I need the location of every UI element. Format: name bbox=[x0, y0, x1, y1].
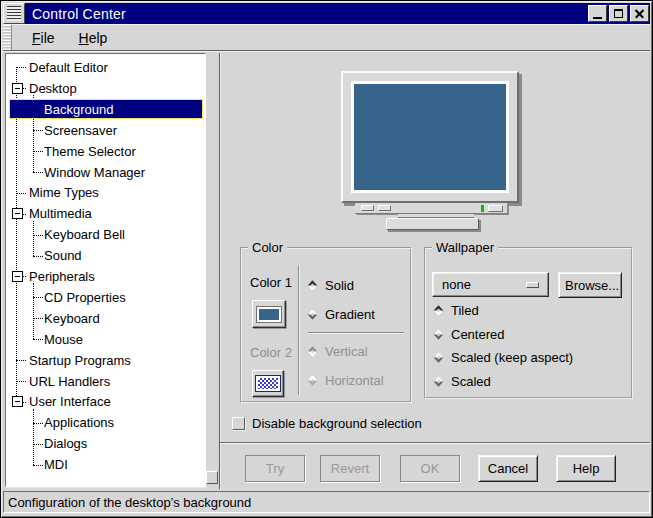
diamond-radio-icon bbox=[308, 281, 318, 291]
background-capplet: Color Color 1 Color 2 SolidGradientVerti… bbox=[219, 53, 650, 489]
minimize-button[interactable] bbox=[588, 5, 607, 22]
color1-swatch-icon bbox=[257, 307, 281, 322]
radio-scaled-keep-aspect[interactable]: Scaled (keep aspect) bbox=[432, 346, 627, 370]
diamond-radio-icon bbox=[434, 329, 444, 339]
browse-button[interactable]: Browse... bbox=[558, 272, 622, 298]
tree-item-mdi[interactable]: MDI bbox=[6, 454, 205, 475]
window-menu-icon bbox=[7, 6, 21, 21]
tree-item-startup-programs[interactable]: Startup Programs bbox=[6, 350, 205, 371]
radio-horizontal: Horizontal bbox=[306, 366, 406, 395]
tree-connector-stub bbox=[33, 151, 43, 152]
tree-item-label: Screensaver bbox=[44, 123, 117, 138]
tree-connector-stub bbox=[33, 109, 43, 110]
cancel-button[interactable]: Cancel bbox=[478, 455, 538, 482]
tree-item-background[interactable]: Background bbox=[6, 99, 205, 120]
tree-connector-stub bbox=[16, 67, 26, 68]
tree-item-desktop[interactable]: Desktop bbox=[6, 78, 205, 99]
minus-box-icon[interactable] bbox=[12, 208, 23, 219]
tree-item-screensaver[interactable]: Screensaver bbox=[6, 120, 205, 141]
minimize-icon bbox=[593, 17, 602, 19]
paned-resize-handle[interactable] bbox=[206, 471, 218, 484]
minus-box-icon[interactable] bbox=[12, 396, 23, 407]
close-button[interactable] bbox=[630, 5, 649, 22]
maximize-button[interactable] bbox=[609, 5, 628, 22]
color-frame-title: Color bbox=[248, 240, 287, 255]
menu-help[interactable]: Help bbox=[67, 28, 120, 48]
tree-item-keyboard[interactable]: Keyboard bbox=[6, 308, 205, 329]
tree-item-label: User Interface bbox=[29, 394, 111, 409]
radio-label: Horizontal bbox=[325, 373, 384, 388]
checkbox-label: Disable background selection bbox=[252, 416, 422, 431]
wallpaper-frame: Wallpaper none Browse... TiledCenteredSc… bbox=[424, 247, 633, 399]
tree-connector-stub bbox=[16, 381, 26, 382]
radio-scaled[interactable]: Scaled bbox=[432, 370, 627, 394]
color-frame: Color Color 1 Color 2 SolidGradientVerti… bbox=[240, 247, 412, 403]
tree-item-label: Startup Programs bbox=[29, 353, 131, 368]
minus-box-icon[interactable] bbox=[12, 83, 23, 94]
tree-item-theme-selector[interactable]: Theme Selector bbox=[6, 141, 205, 162]
control-center-window: Control Center File Help Default EditorD… bbox=[0, 0, 653, 518]
wallpaper-select[interactable]: none bbox=[432, 272, 549, 297]
radio-gradient[interactable]: Gradient bbox=[306, 300, 406, 329]
titlebar: Control Center bbox=[3, 3, 650, 24]
tree-item-multimedia[interactable]: Multimedia bbox=[6, 203, 205, 224]
radio-label: Centered bbox=[451, 327, 504, 342]
radio-solid[interactable]: Solid bbox=[306, 271, 406, 300]
close-icon bbox=[634, 8, 645, 19]
tree-item-sound[interactable]: Sound bbox=[6, 245, 205, 266]
option-menu-bar-icon bbox=[526, 282, 539, 288]
tree-item-mime-types[interactable]: Mime Types bbox=[6, 182, 205, 203]
tree-connector-stub bbox=[33, 172, 43, 173]
tree-connector-stub bbox=[33, 318, 43, 319]
tree-item-label: Sound bbox=[44, 248, 82, 263]
monitor-preview-screen bbox=[351, 81, 509, 193]
checkbox-box-icon[interactable] bbox=[232, 417, 245, 430]
tree-item-default-editor[interactable]: Default Editor bbox=[6, 57, 205, 78]
radio-centered[interactable]: Centered bbox=[432, 323, 627, 347]
color-mode-radios: SolidGradientVerticalHorizontal bbox=[306, 271, 406, 395]
vertical-separator bbox=[298, 265, 300, 395]
tree-item-label: URL Handlers bbox=[29, 374, 110, 389]
try-button: Try bbox=[245, 455, 305, 482]
tree-item-label: Multimedia bbox=[29, 206, 92, 221]
tree-item-label: Applications bbox=[44, 415, 114, 430]
titlebar-main[interactable]: Control Center bbox=[25, 3, 582, 24]
tree-item-mouse[interactable]: Mouse bbox=[6, 329, 205, 350]
power-led-icon bbox=[481, 205, 484, 212]
minus-box-icon[interactable] bbox=[12, 271, 23, 282]
diamond-radio-icon bbox=[308, 376, 318, 386]
color1-button[interactable] bbox=[252, 300, 286, 328]
category-tree: Default EditorDesktopBackgroundScreensav… bbox=[5, 53, 206, 487]
radio-tiled[interactable]: Tiled bbox=[432, 299, 627, 323]
radio-label: Scaled (keep aspect) bbox=[451, 350, 573, 365]
tree-item-applications[interactable]: Applications bbox=[6, 412, 205, 433]
disable-background-selection-checkbox[interactable]: Disable background selection bbox=[232, 416, 422, 431]
tree-item-window-manager[interactable]: Window Manager bbox=[6, 162, 205, 183]
radio-label: Tiled bbox=[451, 303, 479, 318]
tree-connector-stub bbox=[33, 339, 43, 340]
menubar-grip-handle[interactable] bbox=[3, 25, 12, 50]
tree-connector-stub bbox=[33, 465, 43, 466]
action-area-separator bbox=[220, 442, 650, 444]
tree-item-cd-properties[interactable]: CD Properties bbox=[6, 287, 205, 308]
ok-button: OK bbox=[400, 455, 460, 482]
window-title: Control Center bbox=[32, 6, 126, 22]
tree-item-keyboard-bell[interactable]: Keyboard Bell bbox=[6, 224, 205, 245]
tree-item-label: Keyboard bbox=[44, 311, 100, 326]
tree-connector-stub bbox=[33, 297, 43, 298]
tree-item-dialogs[interactable]: Dialogs bbox=[6, 433, 205, 454]
tree-item-url-handlers[interactable]: URL Handlers bbox=[6, 371, 205, 392]
menubar: File Help bbox=[3, 24, 650, 51]
window-menu-button[interactable] bbox=[3, 3, 25, 24]
diamond-radio-icon bbox=[308, 347, 318, 357]
paned-divider[interactable] bbox=[206, 53, 219, 487]
menu-file[interactable]: File bbox=[20, 28, 67, 48]
tree-item-label: Default Editor bbox=[29, 60, 108, 75]
monitor-preview-bezel bbox=[341, 71, 519, 203]
radio-label: Vertical bbox=[325, 344, 368, 359]
tree-item-peripherals[interactable]: Peripherals bbox=[6, 266, 205, 287]
tree-connector-stub bbox=[33, 423, 43, 424]
tree-item-user-interface[interactable]: User Interface bbox=[6, 391, 205, 412]
help-button[interactable]: Help bbox=[556, 455, 616, 482]
color2-swatch-icon bbox=[256, 376, 280, 391]
